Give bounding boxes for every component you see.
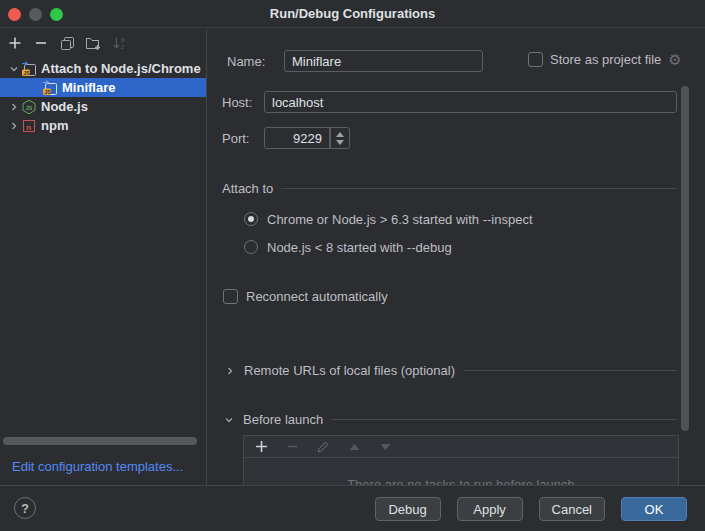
edit-configuration-templates-link[interactable]: Edit configuration templates...: [12, 459, 183, 474]
svg-text:n: n: [26, 122, 31, 131]
nodejs-icon: JS: [21, 99, 37, 115]
host-label: Host:: [222, 95, 252, 110]
remove-icon[interactable]: [33, 35, 49, 51]
radio-label: Chrome or Node.js > 6.3 started with --i…: [267, 212, 533, 227]
run-debug-configurations-dialog: Run/Debug Configurations az: [0, 0, 705, 531]
reconnect-checkbox[interactable]: [223, 289, 238, 304]
configuration-form: Name: Store as project file ⚙ Host: Port…: [208, 29, 705, 485]
edit-pencil-icon: [315, 439, 331, 455]
chevron-right-icon[interactable]: [6, 121, 21, 131]
attach-nodejs-chrome-icon: JS: [21, 61, 37, 77]
svg-text:JS: JS: [44, 88, 51, 94]
sidebar-toolbar: az: [0, 29, 206, 57]
tree-item-nodejs-group[interactable]: JS Node.js: [0, 97, 206, 116]
chevron-down-icon[interactable]: [223, 415, 235, 425]
copy-icon[interactable]: [59, 35, 75, 51]
attach-nodejs-chrome-icon: JS: [42, 80, 58, 96]
before-launch-toolbar: [244, 436, 678, 458]
ok-button[interactable]: OK: [621, 497, 687, 521]
before-launch-title: Before launch: [243, 412, 323, 427]
name-label: Name:: [227, 54, 265, 69]
tree-item-miniflare[interactable]: JS Miniflare: [0, 78, 206, 97]
radio-label: Node.js < 8 started with --debug: [267, 240, 452, 255]
add-icon[interactable]: [253, 439, 269, 455]
svg-text:JS: JS: [25, 104, 32, 110]
svg-text:JS: JS: [23, 69, 30, 75]
name-input[interactable]: [284, 50, 483, 72]
sidebar-horizontal-scrollbar[interactable]: [3, 437, 197, 445]
chevron-right-icon[interactable]: [6, 102, 21, 112]
host-input[interactable]: [264, 91, 677, 113]
section-divider: [331, 419, 677, 420]
section-divider: [281, 188, 677, 189]
store-as-project-file-group: Store as project file ⚙: [528, 52, 682, 67]
tree-item-label: Miniflare: [62, 80, 115, 95]
remote-urls-section-header[interactable]: Remote URLs of local files (optional): [224, 363, 677, 378]
stepper-down-icon[interactable]: [336, 140, 344, 145]
radio-option-inspect[interactable]: Chrome or Node.js > 6.3 started with --i…: [244, 211, 533, 227]
move-down-icon: [377, 439, 393, 455]
cancel-button[interactable]: Cancel: [539, 497, 605, 521]
port-stepper[interactable]: [330, 127, 350, 149]
apply-button[interactable]: Apply: [457, 497, 523, 521]
new-folder-icon[interactable]: [85, 35, 101, 51]
tree-item-npm-group[interactable]: n npm: [0, 116, 206, 135]
tree-item-label: Attach to Node.js/Chrome: [41, 61, 201, 76]
minimize-window-button: [29, 8, 42, 21]
sort-alphabetically-icon: az: [111, 35, 127, 51]
svg-text:z: z: [121, 43, 124, 50]
radio-option-debug[interactable]: Node.js < 8 started with --debug: [244, 239, 452, 255]
attach-to-title: Attach to: [222, 181, 273, 196]
reconnect-label: Reconnect automatically: [246, 289, 388, 304]
debug-button[interactable]: Debug: [375, 497, 441, 521]
help-button[interactable]: ?: [14, 497, 36, 519]
form-vertical-scrollbar[interactable]: [681, 86, 689, 431]
chevron-down-icon[interactable]: [6, 64, 21, 74]
remove-icon: [284, 439, 300, 455]
radio-selected-icon[interactable]: [244, 212, 258, 226]
traffic-lights: [8, 8, 63, 21]
store-as-project-file-checkbox[interactable]: [528, 52, 543, 67]
titlebar: Run/Debug Configurations: [0, 0, 705, 28]
zoom-window-button[interactable]: [50, 8, 63, 21]
reconnect-automatically-row[interactable]: Reconnect automatically: [223, 289, 388, 304]
gear-icon[interactable]: ⚙: [668, 52, 681, 67]
port-input[interactable]: [264, 127, 330, 149]
move-up-icon: [346, 439, 362, 455]
port-label: Port:: [222, 131, 249, 146]
svg-text:a: a: [121, 36, 125, 43]
store-as-project-file-label: Store as project file: [550, 52, 661, 67]
configurations-tree: JS Attach to Node.js/Chrome JS Miniflare: [0, 59, 206, 135]
section-divider: [463, 370, 677, 371]
add-icon[interactable]: [7, 35, 23, 51]
remote-urls-title: Remote URLs of local files (optional): [244, 363, 455, 378]
chevron-right-icon[interactable]: [224, 366, 236, 376]
radio-unselected-icon[interactable]: [244, 240, 258, 254]
tree-item-attach-group[interactable]: JS Attach to Node.js/Chrome: [0, 59, 206, 78]
npm-icon: n: [21, 118, 37, 134]
close-window-button[interactable]: [8, 8, 21, 21]
stepper-up-icon[interactable]: [336, 132, 344, 137]
before-launch-section-header[interactable]: Before launch: [223, 412, 677, 427]
configurations-sidebar: az JS Attach to Node.js/Chrome: [0, 29, 207, 485]
footer-buttons: Debug Apply Cancel OK: [375, 497, 687, 521]
dialog-footer: ? Debug Apply Cancel OK: [0, 485, 705, 531]
attach-to-section-header: Attach to: [222, 181, 677, 196]
dialog-title: Run/Debug Configurations: [270, 6, 435, 21]
tree-item-label: Node.js: [41, 99, 88, 114]
tree-item-label: npm: [41, 118, 68, 133]
